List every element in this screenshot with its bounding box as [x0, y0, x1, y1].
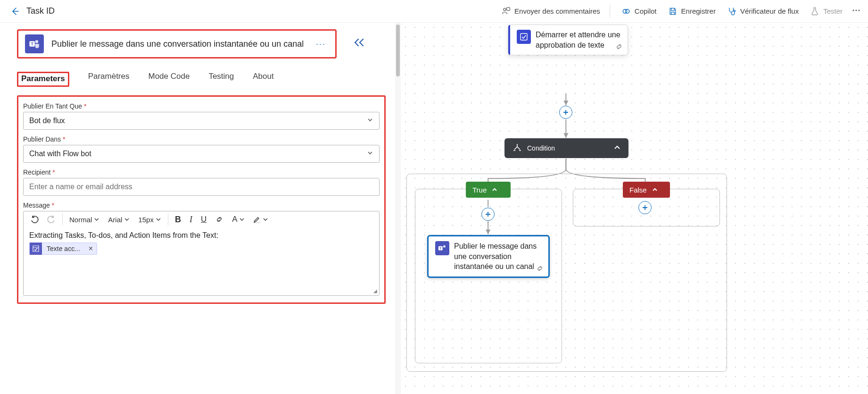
collapse-panel-button[interactable] [353, 37, 366, 49]
chevron-down-icon [367, 150, 373, 158]
node-teams-post[interactable]: T Publier le message dans une conversati… [427, 235, 550, 278]
format-select[interactable]: Normal [67, 215, 101, 225]
recipient-input[interactable]: Enter a name or email address [23, 178, 380, 196]
publish-as-select[interactable]: Bot de flux [23, 112, 380, 130]
link-icon [536, 265, 544, 274]
add-step-false[interactable] [638, 201, 652, 214]
chevron-up-icon[interactable] [613, 144, 621, 153]
feedback-icon [501, 7, 511, 16]
feedback-button[interactable]: Envoyer des commentaires [501, 7, 600, 16]
svg-point-4 [734, 10, 735, 11]
svg-point-5 [852, 9, 854, 11]
stethoscope-icon [727, 7, 736, 16]
add-step-button-1[interactable] [559, 106, 572, 119]
branch-false-header[interactable]: False [623, 182, 670, 198]
publish-as-label: Publier En Tant Que * [23, 102, 380, 110]
more-icon [852, 6, 860, 15]
redo-button[interactable] [45, 214, 58, 225]
highlight-button[interactable] [251, 214, 270, 225]
teams-icon: T [435, 241, 449, 255]
bold-button[interactable]: B [173, 214, 183, 226]
tab-settings[interactable]: Paramètres [88, 72, 130, 87]
node-approval-title: Démarrer et attendre une approbation de … [536, 30, 621, 50]
save-icon [668, 7, 678, 16]
token-icon [30, 243, 42, 255]
message-text-line: Extracting Tasks, To-dos, and Action Ite… [29, 231, 373, 240]
flowchecker-button[interactable]: Vérificateur de flux [727, 7, 799, 16]
token-remove[interactable]: × [85, 244, 97, 253]
copilot-icon [621, 7, 631, 16]
undo-button[interactable] [28, 214, 41, 225]
message-body[interactable]: Extracting Tasks, To-dos, and Action Ite… [24, 227, 379, 295]
action-more-button[interactable]: ··· [313, 37, 329, 51]
dynamic-token[interactable]: Texte acc... × [29, 243, 97, 255]
svg-text:T: T [31, 42, 33, 46]
svg-rect-1 [507, 7, 510, 10]
test-button[interactable]: Tester [810, 7, 843, 16]
main-split: T Publier le message dans une conversati… [0, 23, 868, 394]
publish-in-label: Publier Dans * [23, 135, 380, 143]
svg-marker-13 [563, 101, 568, 105]
link-button[interactable] [213, 214, 225, 225]
branch-icon [512, 143, 522, 153]
app-root: Task ID Envoyer des commentaires Copilot… [0, 0, 868, 394]
teams-icon: T [25, 34, 44, 53]
node-approval[interactable]: Démarrer et attendre une approbation de … [508, 25, 628, 55]
tab-testing[interactable]: Testing [208, 72, 234, 87]
condition-label: Condition [527, 144, 555, 152]
svg-marker-15 [563, 133, 568, 138]
node-teams-post-title: Publier le message dans une conversation… [454, 241, 542, 272]
svg-point-7 [858, 9, 860, 11]
tabs: Parameters Paramètres Mode Code Testing … [17, 72, 386, 87]
save-button[interactable]: Enregistrer [668, 7, 716, 16]
svg-rect-20 [521, 34, 527, 40]
flow-canvas[interactable]: Démarrer et attendre une approbation de … [401, 23, 868, 394]
svg-point-3 [625, 9, 629, 13]
add-step-true[interactable] [481, 208, 495, 221]
token-label: Texte acc... [42, 245, 85, 252]
recipient-label: Recipient * [23, 168, 380, 176]
config-panel: T Publier le message dans une conversati… [0, 23, 395, 394]
action-header-card[interactable]: T Publier le message dans une conversati… [17, 29, 337, 59]
action-title: Publier le message dans une conversation… [51, 39, 304, 49]
svg-point-23 [443, 245, 446, 248]
flask-icon [810, 7, 819, 16]
back-button[interactable] [8, 4, 23, 19]
branch-true-header[interactable]: True [466, 182, 511, 198]
size-select[interactable]: 15px [136, 215, 163, 225]
svg-rect-11 [254, 222, 260, 223]
font-select[interactable]: Arial [106, 215, 132, 225]
tab-about[interactable]: About [253, 72, 273, 87]
message-editor: Normal Arial 15px B I U A [23, 211, 380, 296]
page-title: Task ID [26, 6, 55, 16]
resize-handle[interactable]: ◢ [373, 288, 377, 293]
parameters-form: Publier En Tant Que * Bot de flux Publie… [17, 95, 386, 304]
tab-parameters[interactable]: Parameters [17, 72, 69, 87]
tab-codeview[interactable]: Mode Code [149, 72, 190, 87]
italic-button[interactable]: I [188, 214, 194, 226]
svg-point-0 [504, 8, 506, 10]
more-button[interactable] [852, 6, 860, 16]
fontcolor-button[interactable]: A [230, 214, 246, 225]
link-icon [615, 43, 623, 52]
scrollbar[interactable] [395, 23, 401, 394]
svg-point-10 [35, 40, 39, 43]
message-label: Message * [23, 201, 380, 209]
scrollbar-thumb[interactable] [396, 25, 400, 76]
publish-in-select[interactable]: Chat with Flow bot [23, 145, 380, 163]
copilot-button[interactable]: Copilot [621, 7, 657, 16]
node-condition[interactable]: Condition [504, 138, 628, 158]
approval-icon [517, 30, 531, 44]
topbar: Task ID Envoyer des commentaires Copilot… [0, 0, 868, 23]
richtext-toolbar: Normal Arial 15px B I U A [24, 211, 379, 227]
underline-button[interactable]: U [199, 214, 208, 225]
svg-point-6 [855, 9, 857, 11]
chevron-down-icon [367, 117, 373, 125]
